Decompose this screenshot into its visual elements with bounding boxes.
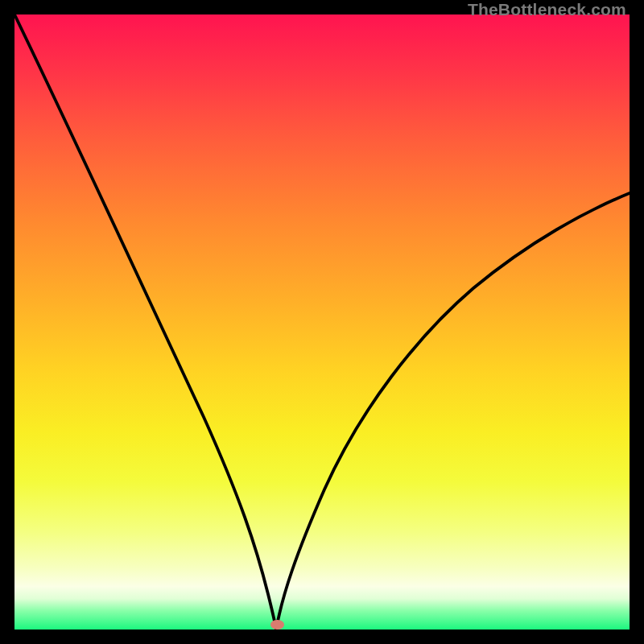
chart-container: TheBottleneck.com xyxy=(0,0,644,644)
minimum-marker xyxy=(270,620,284,630)
watermark-text: TheBottleneck.com xyxy=(468,0,626,19)
plot-area xyxy=(14,14,630,630)
left-curve xyxy=(14,14,276,630)
right-curve xyxy=(276,193,630,630)
curve-svg xyxy=(14,14,630,630)
